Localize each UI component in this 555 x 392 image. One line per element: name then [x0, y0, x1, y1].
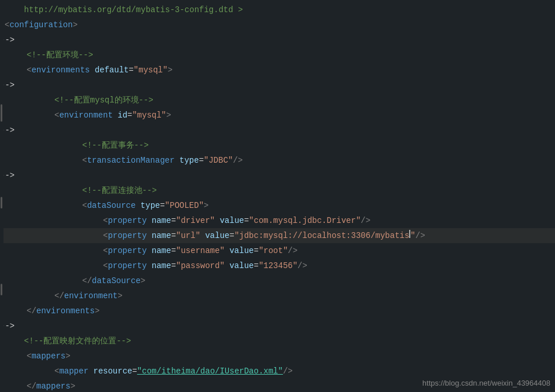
line-property-username: <property name="username" value="root"/> [0, 243, 555, 258]
scroll-indicator-3 [1, 284, 2, 295]
line-comment-mysql-env: <!--配置mysql的环境--> [0, 93, 555, 108]
line-mapper: <mapper resource="com/itheima/dao/IUserD… [0, 364, 555, 379]
line-configuration-open: <configuration> [0, 17, 555, 32]
line-mappers-open: <mappers> [0, 349, 555, 364]
line-property-driver: <property name="driver" value="com.mysql… [0, 213, 555, 228]
line-environments-close: </environments> [0, 303, 555, 318]
line-comment-mapper-location: <!--配置映射文件的位置--> [0, 334, 555, 349]
line-comment-transaction: <!--配置事务--> [0, 138, 555, 153]
scroll-gutter [0, 0, 3, 392]
line-comment-datasource: <!--配置连接池--> [0, 183, 555, 198]
line-property-password: <property name="password" value="123456"… [0, 258, 555, 273]
watermark: https://blog.csdn.net/weixin_43964408 [422, 379, 550, 387]
line-environment-close: </environment> [0, 288, 555, 303]
line-environments-open: <environments default="mysql"> [0, 63, 555, 78]
line-comment-env: <!--配置环境--> [0, 47, 555, 63]
url-comment-text: http://mybatis.org/dtd/mybatis-3-config.… [5, 2, 243, 17]
code-content: http://mybatis.org/dtd/mybatis-3-config.… [0, 0, 555, 392]
line-datasource-close: </dataSource> [0, 273, 555, 288]
scroll-indicator-2 [1, 197, 2, 208]
line-transaction-manager: <transactionManager type="JDBC"/> [0, 153, 555, 168]
line-property-url: <property name="url" value="jdbc:mysql:/… [0, 228, 555, 243]
scroll-indicator-1 [1, 104, 2, 122]
code-editor: http://mybatis.org/dtd/mybatis-3-config.… [0, 0, 555, 392]
line-environment-open: <environment id="mysql"> [0, 108, 555, 123]
line-datasource-open: <dataSource type="POOLED"> [0, 198, 555, 213]
line-url-comment: http://mybatis.org/dtd/mybatis-3-config.… [0, 2, 555, 17]
